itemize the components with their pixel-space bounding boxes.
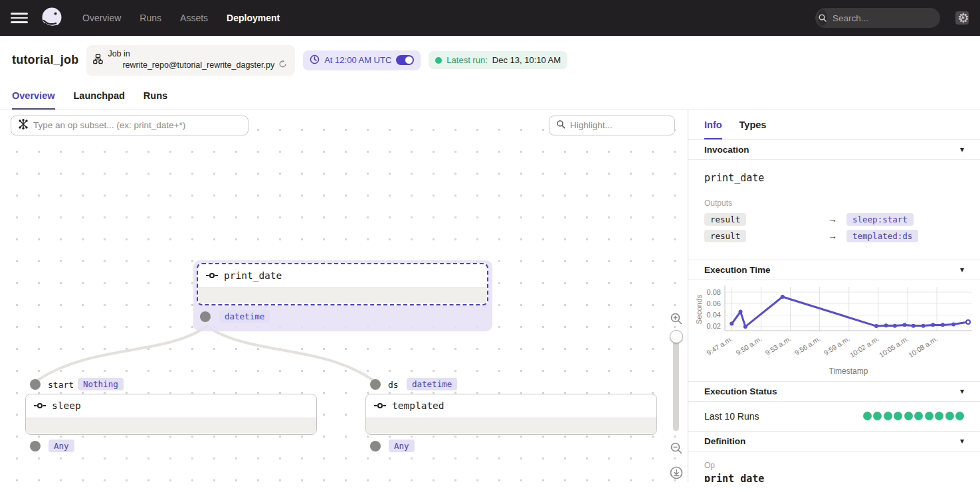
svg-text:10:02 a.m.: 10:02 a.m. [848, 334, 880, 359]
nav-links: Overview Runs Assets Deployment [82, 13, 280, 23]
last-runs-label: Last 10 Runs [704, 411, 759, 422]
section-header-invocation[interactable]: Invocation ▾ [688, 140, 980, 160]
arrow-right-icon: → [828, 214, 846, 224]
latest-run-value: Dec 13, 10:10 AM [492, 55, 561, 65]
tab-launchpad[interactable]: Launchpad [74, 90, 125, 110]
tab-runs[interactable]: Runs [144, 90, 167, 110]
op-icon [34, 400, 46, 411]
op-graph-canvas[interactable]: print_date datetime start Nothing sleep … [0, 110, 688, 482]
search-icon [818, 10, 827, 26]
output-port [30, 441, 41, 451]
job-tabs: Overview Launchpad Runs [0, 82, 980, 110]
nav-link-assets[interactable]: Assets [180, 13, 208, 23]
op-node-templated[interactable]: templated [365, 394, 657, 435]
output-name-pill: result [704, 230, 746, 242]
schedule-pill[interactable]: At 12:00 AM UTC [303, 50, 421, 70]
op-node-name: templated [392, 400, 444, 411]
run-dot[interactable] [894, 412, 902, 420]
output-port [200, 311, 211, 322]
tab-overview[interactable]: Overview [12, 90, 55, 110]
svg-text:0.02: 0.02 [707, 322, 721, 330]
output-row: result → sleep:start [704, 213, 964, 226]
run-dot[interactable] [873, 412, 882, 420]
run-dot[interactable] [884, 412, 892, 420]
dagster-logo[interactable] [40, 6, 64, 30]
op-node-sleep[interactable]: sleep [25, 394, 317, 435]
zoom-slider-knob[interactable] [670, 330, 683, 343]
job-graph-icon [93, 54, 103, 66]
run-dot[interactable] [863, 412, 872, 420]
run-dot[interactable] [925, 412, 933, 420]
op-node-band [26, 418, 316, 434]
chevron-down-icon[interactable]: ▾ [960, 265, 964, 274]
highlight-filter[interactable] [549, 116, 675, 135]
job-location-pill[interactable]: Job in rewrite_repo@tutorial_rewrite_dag… [86, 45, 295, 76]
svg-text:Seconds: Seconds [695, 294, 703, 324]
svg-text:9:56 a.m.: 9:56 a.m. [793, 334, 821, 357]
input-name: start [48, 380, 74, 390]
op-info-panel: Info Types Invocation ▾ print_date Outpu… [688, 110, 980, 482]
gear-icon[interactable]: ⚙ [957, 11, 969, 25]
op-node-name: sleep [52, 400, 81, 411]
section-title: Execution Status [704, 386, 777, 396]
panel-tab-types[interactable]: Types [739, 120, 767, 139]
input-port [370, 379, 381, 390]
run-status-dot-icon [435, 57, 442, 64]
run-dot[interactable] [914, 412, 923, 420]
latest-run-label: Latest run: [446, 55, 487, 65]
svg-text:9:47 a.m.: 9:47 a.m. [705, 334, 734, 357]
run-dot[interactable] [945, 412, 954, 420]
section-invocation: Invocation ▾ print_date Outputs result →… [688, 140, 980, 260]
chevron-down-icon[interactable]: ▾ [960, 386, 964, 396]
schedule-label: At 12:00 AM UTC [324, 55, 391, 65]
nav-link-overview[interactable]: Overview [82, 13, 121, 23]
run-dot[interactable] [904, 412, 913, 420]
schedule-toggle[interactable] [396, 55, 414, 65]
execution-time-chart: 0.020.040.060.089:47 a.m.9:50 a.m.9:53 a… [688, 280, 980, 381]
clock-icon [310, 54, 320, 66]
op-subset-filter[interactable] [11, 116, 248, 135]
section-definition: Definition ▾ Op print_date [688, 431, 980, 482]
op-node-band [366, 418, 656, 434]
global-search[interactable]: / [815, 8, 940, 28]
zoom-in-icon[interactable] [670, 312, 683, 328]
op-icon [206, 270, 218, 281]
panel-tab-info[interactable]: Info [704, 120, 722, 139]
run-dot[interactable] [935, 412, 943, 420]
svg-text:0.08: 0.08 [707, 287, 721, 295]
nav-link-runs[interactable]: Runs [140, 13, 161, 23]
job-pill-prefix: Job in [108, 49, 130, 58]
output-target-pill[interactable]: sleep:start [846, 213, 914, 226]
nav-link-deployment[interactable]: Deployment [227, 13, 280, 23]
highlight-input[interactable] [570, 120, 688, 130]
search-icon [556, 120, 565, 131]
op-node-name: print_date [224, 270, 282, 281]
svg-text:9:50 a.m.: 9:50 a.m. [734, 334, 763, 357]
section-header-execution-status[interactable]: Execution Status ▾ [688, 382, 980, 402]
svg-text:Timestamp: Timestamp [829, 367, 868, 376]
section-header-definition[interactable]: Definition ▾ [688, 432, 980, 451]
search-input[interactable] [833, 13, 950, 23]
op-node-print-date[interactable]: print_date [197, 263, 488, 305]
zoom-slider-track[interactable] [673, 333, 679, 431]
input-type-pill[interactable]: Nothing [78, 378, 124, 390]
output-type-pill[interactable]: Any [49, 440, 74, 452]
section-header-execution-time[interactable]: Execution Time ▾ [688, 260, 980, 280]
latest-run-pill[interactable]: Latest run: Dec 13, 10:10 AM [429, 51, 567, 69]
chevron-down-icon[interactable]: ▾ [960, 436, 964, 446]
section-execution-status: Execution Status ▾ Last 10 Runs [688, 381, 980, 431]
chevron-down-icon[interactable]: ▾ [960, 145, 964, 154]
run-dot[interactable] [955, 412, 964, 420]
output-port [370, 441, 381, 451]
op-subset-input[interactable] [33, 120, 241, 130]
arrow-right-icon: → [828, 230, 846, 241]
zoom-out-icon[interactable] [670, 442, 683, 457]
input-type-pill[interactable]: datetime [407, 378, 457, 390]
reload-icon[interactable] [278, 60, 287, 72]
section-execution-time: Execution Time ▾ 0.020.040.060.089:47 a.… [688, 260, 980, 381]
output-type-pill[interactable]: datetime [219, 310, 270, 323]
output-target-pill[interactable]: templated:ds [846, 230, 918, 242]
download-graph-icon[interactable] [670, 466, 683, 482]
output-type-pill[interactable]: Any [389, 440, 415, 452]
menu-icon[interactable] [11, 11, 28, 25]
